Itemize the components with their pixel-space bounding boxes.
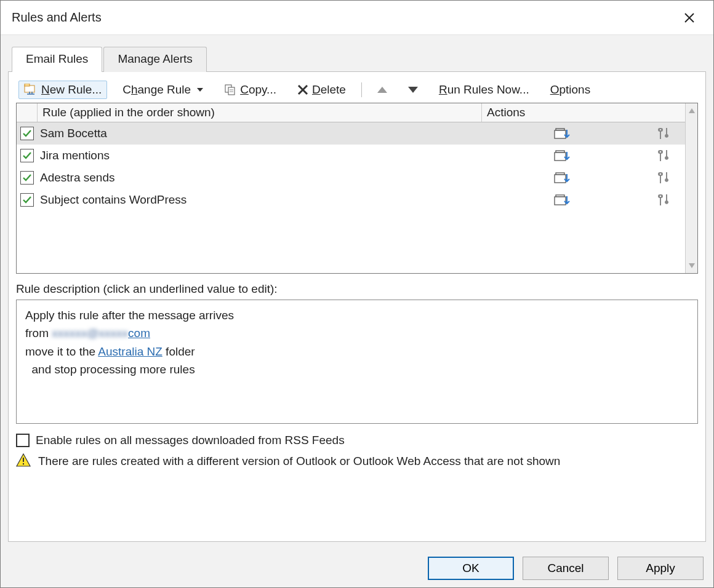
- desc-folder-link[interactable]: Australia NZ: [98, 345, 162, 358]
- rule-row[interactable]: Adestra sends: [17, 167, 685, 189]
- rss-label: Enable rules on all messages downloaded …: [36, 434, 345, 447]
- move-to-folder-icon: [554, 193, 570, 207]
- title-bar: Rules and Alerts: [1, 1, 713, 34]
- close-button[interactable]: [676, 5, 702, 31]
- rule-enabled-checkbox[interactable]: [20, 149, 34, 162]
- desc-from-link[interactable]: xxxxxx@xxxxxcom: [52, 327, 150, 340]
- warning-row: There are rules created with a different…: [16, 453, 698, 470]
- rss-checkbox[interactable]: [16, 434, 30, 447]
- run-rules-now-button[interactable]: Run Rules Now...: [433, 81, 535, 99]
- rss-row: Enable rules on all messages downloaded …: [16, 434, 698, 447]
- col-checkbox: [17, 103, 38, 122]
- new-rule-icon: [24, 84, 38, 96]
- rules-list: Rule (applied in the order shown) Action…: [16, 103, 698, 274]
- rule-row[interactable]: Jira mentions: [17, 145, 685, 167]
- tools-icon: [656, 126, 671, 141]
- svg-rect-1: [25, 84, 30, 86]
- svg-rect-7: [555, 153, 566, 161]
- description-label: Rule description (click an underlined va…: [16, 282, 698, 296]
- scroll-down-icon: [686, 260, 697, 272]
- options-button[interactable]: Options: [545, 81, 596, 99]
- warning-text: There are rules created with a different…: [38, 453, 560, 470]
- tab-label: Email Rules: [26, 52, 88, 65]
- svg-rect-11: [555, 197, 566, 205]
- svg-rect-9: [555, 175, 566, 183]
- svg-rect-5: [555, 130, 566, 138]
- rule-row[interactable]: Sam Bocetta: [17, 122, 685, 145]
- cancel-button[interactable]: Cancel: [523, 557, 609, 580]
- tab-bar: Email Rules Manage Alerts: [1, 34, 713, 71]
- rule-name: Sam Bocetta: [38, 127, 482, 140]
- rules-list-body: Sam BocettaJira mentionsAdestra sendsSub…: [17, 122, 685, 273]
- move-up-button[interactable]: [372, 84, 393, 95]
- delete-button[interactable]: Delete: [292, 81, 351, 99]
- svg-rect-12: [23, 458, 24, 462]
- move-down-button[interactable]: [403, 84, 423, 95]
- rule-name: Subject contains WordPress: [38, 193, 482, 207]
- tab-manage-alerts[interactable]: Manage Alerts: [103, 47, 206, 72]
- move-to-folder-icon: [554, 148, 570, 163]
- col-actions: Actions: [482, 103, 685, 122]
- tools-icon: [656, 193, 671, 207]
- tools-icon: [656, 170, 671, 185]
- svg-rect-0: [25, 85, 34, 92]
- dialog-button-row: OK Cancel Apply: [1, 549, 713, 587]
- col-rule: Rule (applied in the order shown): [38, 103, 482, 122]
- copy-icon: [224, 84, 236, 96]
- description-box: Apply this rule after the message arrive…: [16, 300, 698, 424]
- close-icon: [684, 12, 695, 23]
- scroll-up-icon: [686, 105, 697, 117]
- ok-button[interactable]: OK: [428, 557, 514, 580]
- tools-icon: [656, 148, 671, 163]
- rule-enabled-checkbox[interactable]: [20, 171, 34, 185]
- svg-rect-13: [23, 463, 24, 464]
- change-rule-button[interactable]: Change Rule: [117, 81, 209, 99]
- desc-line-2: from xxxxxx@xxxxxcom: [25, 324, 689, 342]
- scrollbar[interactable]: [685, 103, 697, 273]
- move-to-folder-icon: [554, 126, 570, 141]
- arrow-down-icon: [408, 87, 418, 93]
- rules-and-alerts-dialog: Rules and Alerts Email Rules Manage Aler…: [0, 0, 714, 588]
- delete-icon: [297, 84, 308, 95]
- desc-line-3: move it to the Australia NZ folder: [25, 343, 689, 360]
- new-rule-button[interactable]: New Rule...: [18, 81, 107, 99]
- window-title: Rules and Alerts: [12, 10, 102, 25]
- arrow-up-icon: [377, 87, 387, 93]
- tab-content-email-rules: New Rule... Change Rule Copy...: [8, 71, 706, 542]
- rule-row[interactable]: Subject contains WordPress: [17, 189, 685, 211]
- apply-button[interactable]: Apply: [617, 557, 704, 580]
- rule-name: Jira mentions: [38, 149, 482, 162]
- rule-enabled-checkbox[interactable]: [20, 127, 34, 140]
- rule-name: Adestra sends: [38, 171, 482, 185]
- rules-toolbar: New Rule... Change Rule Copy...: [16, 79, 698, 103]
- rules-list-header: Rule (applied in the order shown) Action…: [17, 103, 685, 122]
- dropdown-caret-icon: [197, 88, 203, 92]
- svg-rect-3: [228, 87, 235, 95]
- toolbar-separator: [361, 82, 362, 97]
- warning-icon: [16, 453, 31, 467]
- desc-line-1: Apply this rule after the message arrive…: [25, 306, 689, 324]
- tab-email-rules[interactable]: Email Rules: [12, 47, 102, 72]
- copy-button[interactable]: Copy...: [219, 81, 282, 99]
- rule-enabled-checkbox[interactable]: [20, 193, 34, 207]
- move-to-folder-icon: [554, 170, 570, 185]
- tab-label: Manage Alerts: [118, 52, 192, 65]
- desc-line-4: and stop processing more rules: [25, 360, 689, 378]
